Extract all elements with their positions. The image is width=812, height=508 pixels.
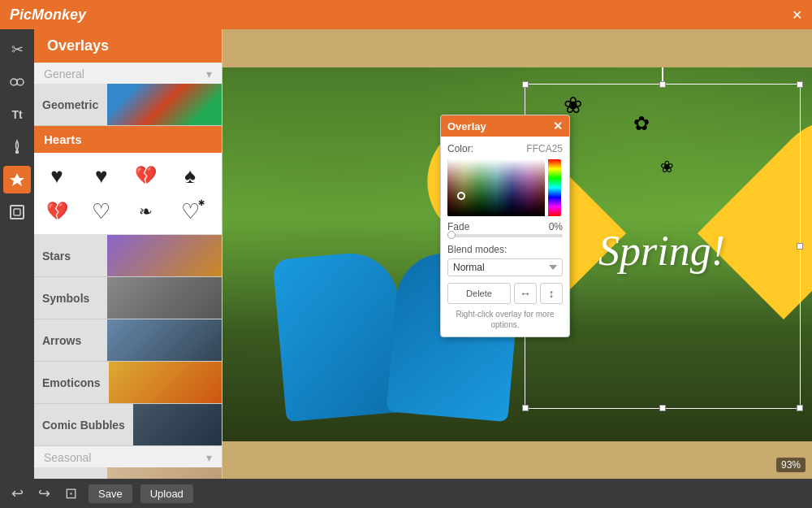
svg-rect-3 [15, 150, 19, 154]
panel-scroll[interactable]: General ▾ Geometric Hearts ♥ ♥ 💔 ♠ 💔 [34, 63, 222, 479]
overlay-popup-title: Overlay [447, 120, 486, 132]
redo-button[interactable]: ↪ [35, 481, 54, 506]
action-row: Delete ↔ ↕ [447, 283, 563, 304]
color-hue-bar[interactable] [548, 159, 561, 216]
sidebar-item-text[interactable]: Tt [3, 101, 31, 128]
icon-sidebar: ✂ Tt [0, 29, 34, 479]
close-button[interactable]: ✕ [792, 7, 802, 23]
sidebar-item-touchup[interactable] [3, 133, 31, 161]
heart-item-4[interactable]: ♠ [174, 159, 206, 192]
sidebar-item-overlays[interactable] [3, 166, 31, 193]
fade-slider[interactable] [447, 234, 563, 237]
category-geometric[interactable]: Geometric [34, 84, 222, 126]
undo-button[interactable]: ↩ [8, 481, 27, 506]
topbar: PicMonkey ✕ [0, 0, 812, 29]
flip-vertical-button[interactable]: ↕ [540, 283, 563, 304]
lips-thumb [107, 467, 222, 479]
app-logo: PicMonkey [10, 7, 86, 24]
sidebar-item-effects[interactable] [3, 68, 31, 96]
hearts-section: Hearts ♥ ♥ 💔 ♠ 💔 ♡ ❧ ♡✱ [34, 126, 222, 235]
sidebar-item-crop[interactable]: ✂ [3, 36, 31, 63]
symbols-thumb [107, 277, 222, 319]
seasonal-section-label: Seasonal ▾ [34, 446, 222, 467]
flip-horizontal-button[interactable]: ↔ [514, 283, 537, 304]
geometric-label: Geometric [34, 84, 107, 125]
frames-icon [10, 205, 24, 219]
arrows-thumb [107, 319, 222, 361]
sidebar-item-frames[interactable] [3, 198, 31, 226]
save-button[interactable]: Save [89, 484, 132, 503]
overlays-panel-title: Overlays [34, 29, 222, 63]
emoticons-label: Emoticons [34, 362, 109, 403]
svg-point-0 [11, 79, 17, 85]
svg-marker-4 [10, 173, 24, 186]
main-layout: ✂ Tt Overlays [0, 29, 812, 479]
category-symbols[interactable]: Symbols [34, 277, 222, 319]
hearts-grid: ♥ ♥ 💔 ♠ 💔 ♡ ❧ ♡✱ [34, 153, 222, 234]
fade-label: Fade 0% [447, 221, 563, 232]
category-stars[interactable]: Stars [34, 235, 222, 277]
stars-label: Stars [34, 235, 107, 276]
geometric-thumb [107, 84, 222, 125]
blend-modes-label: Blend modes: [447, 244, 563, 255]
overlay-popup: Overlay ✕ Color: FFCA25 Fade [440, 115, 570, 337]
category-lips[interactable]: Lips [34, 467, 222, 479]
color-cursor[interactable] [457, 192, 465, 200]
heart-item-1[interactable]: ♥ [41, 159, 73, 192]
overlays-panel: Overlays General ▾ Geometric Hearts ♥ ♥ [34, 29, 222, 479]
overlays-icon [10, 172, 24, 187]
color-label: Color: [447, 143, 480, 154]
comic-bubbles-thumb [133, 404, 222, 445]
color-spectrum[interactable] [447, 159, 545, 216]
hearts-header[interactable]: Hearts [34, 126, 222, 153]
svg-rect-6 [14, 209, 20, 215]
overlay-popup-header: Overlay ✕ [441, 115, 569, 137]
color-row: Color: FFCA25 [447, 143, 563, 154]
touchup-icon [10, 139, 24, 155]
category-emoticons[interactable]: Emoticons [34, 362, 222, 404]
upload-button[interactable]: Upload [140, 484, 193, 503]
heart-text[interactable]: Spring! [598, 227, 725, 275]
canvas-area: ❀ ✿ ✿ ❀ Spring! [222, 29, 812, 479]
arrows-label: Arrows [34, 319, 107, 361]
heart-item-5[interactable]: 💔 [41, 195, 73, 228]
popup-hint: Right-click overlay for more options. [447, 309, 563, 330]
svg-point-1 [17, 79, 24, 85]
blend-modes-select[interactable]: Normal Multiply Screen Overlay Darken Li… [447, 258, 563, 276]
bottom-toolbar: ↩ ↪ ⊡ Save Upload [0, 479, 812, 508]
color-picker[interactable] [447, 159, 561, 216]
comic-bubbles-label: Comic Bubbles [34, 404, 133, 445]
zoom-indicator: 93% [776, 458, 806, 472]
heart-item-6[interactable]: ♡ [85, 195, 118, 228]
overlay-popup-body: Color: FFCA25 Fade 0% [441, 137, 569, 336]
effects-icon [9, 74, 25, 90]
general-section-label: General ▾ [34, 63, 222, 84]
svg-rect-5 [11, 206, 24, 219]
heart-item-3[interactable]: 💔 [130, 159, 162, 192]
heart-item-8[interactable]: ♡✱ [174, 195, 206, 228]
heart-item-2[interactable]: ♥ [85, 159, 118, 192]
delete-button[interactable]: Delete [447, 283, 511, 304]
category-comic-bubbles[interactable]: Comic Bubbles [34, 404, 222, 446]
fade-slider-thumb[interactable] [447, 231, 456, 239]
symbols-label: Symbols [34, 277, 107, 319]
category-arrows[interactable]: Arrows [34, 319, 222, 362]
heart-item-7[interactable]: ❧ [130, 195, 162, 228]
fit-button[interactable]: ⊡ [62, 481, 80, 506]
color-value: FFCA25 [526, 143, 563, 154]
emoticons-thumb [109, 362, 222, 403]
overlay-popup-close[interactable]: ✕ [553, 119, 563, 132]
lips-label: Lips [34, 467, 107, 479]
stars-thumb [107, 235, 222, 276]
